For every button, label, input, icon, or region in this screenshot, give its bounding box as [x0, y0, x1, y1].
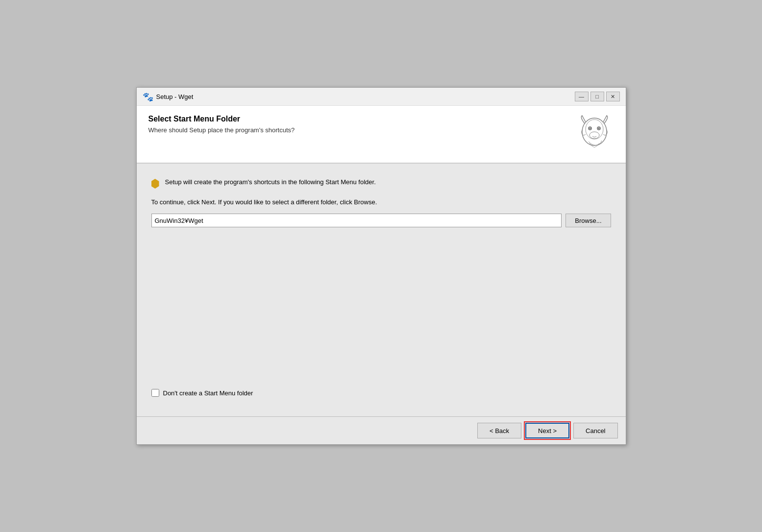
window-title: Setup - Wget	[156, 93, 194, 100]
setup-window: 🐾 Setup - Wget — □ ✕ Select Start Menu F…	[136, 87, 626, 445]
page-title: Select Start Menu Folder	[148, 115, 295, 123]
cancel-button[interactable]: Cancel	[573, 423, 617, 438]
checkbox-label: Don't create a Start Menu folder	[163, 389, 253, 397]
back-button[interactable]: < Back	[477, 423, 521, 438]
info-icon	[151, 179, 159, 189]
title-bar-left: 🐾 Setup - Wget	[143, 92, 194, 101]
svg-point-6	[590, 132, 599, 139]
close-button[interactable]: ✕	[606, 92, 620, 101]
next-button[interactable]: Next >	[525, 423, 569, 438]
header-area: Select Start Menu Folder Where should Se…	[137, 106, 626, 164]
app-icon: 🐾	[143, 92, 152, 101]
minimize-button[interactable]: —	[575, 92, 589, 101]
maximize-button[interactable]: □	[590, 92, 604, 101]
title-bar: 🐾 Setup - Wget — □ ✕	[137, 88, 626, 106]
instruction-text: To continue, click Next. If you would li…	[151, 198, 611, 206]
title-bar-controls: — □ ✕	[575, 92, 620, 101]
gnu-logo	[575, 115, 614, 154]
info-message: Setup will create the program's shortcut…	[165, 178, 376, 186]
folder-input[interactable]	[151, 214, 562, 227]
svg-point-4	[589, 128, 590, 129]
svg-point-5	[598, 128, 599, 129]
content-spacer	[151, 242, 611, 389]
header-text: Select Start Menu Folder Where should Se…	[148, 115, 295, 134]
footer-area: < Back Next > Cancel	[137, 416, 626, 444]
content-area: Setup will create the program's shortcut…	[137, 164, 626, 416]
checkbox-row: Don't create a Start Menu folder	[151, 389, 611, 397]
browse-button[interactable]: Browse...	[565, 214, 611, 227]
svg-point-1	[586, 120, 603, 139]
folder-input-row: Browse...	[151, 214, 611, 227]
page-subtitle: Where should Setup place the program's s…	[148, 126, 295, 134]
no-start-menu-checkbox[interactable]	[151, 389, 159, 397]
info-row: Setup will create the program's shortcut…	[151, 178, 611, 189]
